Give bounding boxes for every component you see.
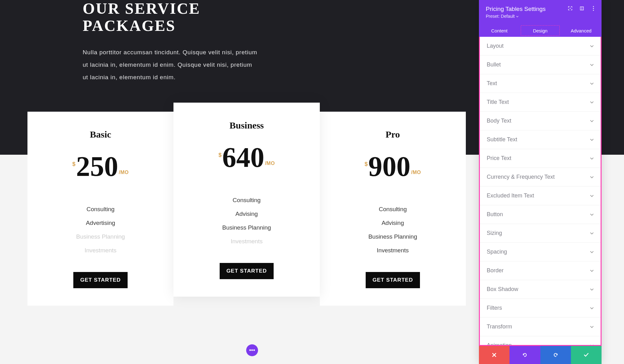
accordion-bullet[interactable]: Bullet bbox=[480, 56, 601, 74]
chevron-down-icon bbox=[590, 306, 594, 310]
accordion-excluded-item-text[interactable]: Excluded Item Text bbox=[480, 187, 601, 205]
chevron-down-icon bbox=[590, 344, 594, 346]
preset-label: Preset: bbox=[486, 14, 500, 19]
chevron-down-icon bbox=[590, 63, 594, 67]
accordion-label: Price Text bbox=[487, 155, 511, 162]
chevron-down-icon bbox=[590, 325, 594, 329]
cancel-button[interactable] bbox=[479, 346, 509, 364]
svg-point-4 bbox=[593, 8, 594, 9]
get-started-button[interactable]: GET STARTED bbox=[73, 272, 128, 288]
redo-button[interactable] bbox=[540, 346, 571, 364]
accordion-text[interactable]: Text bbox=[480, 74, 601, 93]
chevron-down-icon bbox=[590, 44, 594, 48]
svg-point-3 bbox=[593, 6, 594, 7]
feature-item: Consulting bbox=[183, 197, 310, 204]
chevron-down-icon bbox=[516, 15, 519, 18]
chevron-down-icon bbox=[590, 82, 594, 85]
currency: $ bbox=[72, 161, 76, 167]
tab-content[interactable]: Content bbox=[479, 24, 520, 37]
settings-panel[interactable]: Pricing Tables Settings Preset: Default … bbox=[479, 0, 602, 364]
check-icon bbox=[583, 352, 589, 358]
panel-tabs: Content Design Advanced bbox=[479, 24, 602, 37]
accordion-label: Border bbox=[487, 267, 504, 274]
tier-name: Pro bbox=[329, 129, 456, 140]
accordion-box-shadow[interactable]: Box Shadow bbox=[480, 280, 601, 299]
panel-body[interactable]: Layout Bullet Text Title Text Body Text … bbox=[479, 37, 602, 346]
pricing-card-pro[interactable]: Pro $ 900 /MO Consulting Advising Busine… bbox=[320, 112, 466, 306]
price-value: 250 bbox=[76, 155, 118, 178]
accordion-layout[interactable]: Layout bbox=[480, 37, 601, 56]
accordion-currency-frequency-text[interactable]: Currency & Frequency Text bbox=[480, 168, 601, 187]
undo-button[interactable] bbox=[509, 346, 540, 364]
dots-icon: ••• bbox=[249, 347, 255, 354]
expand-icon[interactable] bbox=[568, 6, 573, 11]
hero-body: Nulla porttitor accumsan tincidunt. Quis… bbox=[83, 46, 257, 84]
feature-item: Advertising bbox=[37, 220, 164, 226]
price-frequency: /MO bbox=[119, 170, 129, 175]
get-started-button[interactable]: GET STARTED bbox=[220, 263, 274, 279]
accordion-filters[interactable]: Filters bbox=[480, 299, 601, 318]
tier-name: Business bbox=[183, 120, 310, 131]
accordion-label: Layout bbox=[487, 43, 504, 49]
close-icon bbox=[492, 353, 496, 357]
feature-item: Advising bbox=[183, 211, 310, 217]
redo-icon bbox=[553, 352, 558, 358]
page-title: OUR SERVICE PACKAGES bbox=[83, 0, 541, 34]
preset-value: Default bbox=[501, 14, 514, 19]
save-button[interactable] bbox=[571, 346, 602, 364]
pricing-tables[interactable]: Basic $ 250 /MO Consulting Advertising B… bbox=[27, 112, 466, 306]
currency: $ bbox=[364, 161, 368, 167]
panel-header-icons bbox=[568, 6, 596, 11]
accordion-label: Currency & Frequency Text bbox=[487, 174, 555, 180]
title-line-2: PACKAGES bbox=[83, 17, 176, 34]
kebab-menu-icon[interactable] bbox=[591, 6, 596, 11]
feature-item: Business Planning bbox=[183, 224, 310, 231]
accordion-animation[interactable]: Animation bbox=[480, 336, 601, 346]
panel-preset[interactable]: Preset: Default bbox=[486, 14, 595, 19]
feature-list: Consulting Advising Business Planning In… bbox=[329, 206, 456, 254]
more-options-fab[interactable]: ••• bbox=[246, 344, 258, 356]
chevron-down-icon bbox=[590, 213, 594, 216]
chevron-down-icon bbox=[590, 157, 594, 160]
accordion-sizing[interactable]: Sizing bbox=[480, 224, 601, 243]
panel-footer bbox=[479, 346, 602, 364]
feature-item: Consulting bbox=[329, 206, 456, 213]
title-line-1: OUR SERVICE bbox=[83, 0, 200, 17]
feature-item-excluded: Business Planning bbox=[37, 233, 164, 240]
get-started-button[interactable]: GET STARTED bbox=[366, 272, 420, 288]
panel-header[interactable]: Pricing Tables Settings Preset: Default bbox=[479, 0, 602, 24]
svg-point-5 bbox=[593, 10, 594, 11]
pricing-card-business[interactable]: Business $ 640 /MO Consulting Advising B… bbox=[173, 103, 319, 297]
feature-list: Consulting Advertising Business Planning… bbox=[37, 206, 164, 254]
accordion-body-text[interactable]: Body Text bbox=[480, 112, 601, 130]
accordion-label: Button bbox=[487, 211, 503, 218]
collapse-icon[interactable] bbox=[579, 6, 584, 11]
chevron-down-icon bbox=[590, 288, 594, 291]
feature-item: Investments bbox=[329, 247, 456, 254]
accordion-border[interactable]: Border bbox=[480, 261, 601, 280]
accordion-label: Filters bbox=[487, 305, 502, 311]
svg-point-0 bbox=[570, 8, 571, 9]
chevron-down-icon bbox=[590, 231, 594, 235]
accordion-spacing[interactable]: Spacing bbox=[480, 243, 601, 261]
feature-list: Consulting Advising Business Planning In… bbox=[183, 197, 310, 245]
chevron-down-icon bbox=[590, 250, 594, 254]
tab-advanced[interactable]: Advanced bbox=[561, 24, 602, 37]
accordion-subtitle-text[interactable]: Subtitle Text bbox=[480, 130, 601, 149]
accordion-price-text[interactable]: Price Text bbox=[480, 149, 601, 168]
accordion-label: Animation bbox=[487, 342, 512, 346]
pricing-card-basic[interactable]: Basic $ 250 /MO Consulting Advertising B… bbox=[27, 112, 173, 306]
accordion-label: Spacing bbox=[487, 249, 507, 255]
price-row: $ 250 /MO bbox=[37, 155, 164, 178]
chevron-down-icon bbox=[590, 119, 594, 123]
accordion-button[interactable]: Button bbox=[480, 205, 601, 224]
price-value: 640 bbox=[222, 146, 264, 169]
accordion-label: Bullet bbox=[487, 61, 501, 68]
accordion-label: Transform bbox=[487, 323, 512, 330]
tab-design[interactable]: Design bbox=[520, 24, 561, 37]
accordion-label: Sizing bbox=[487, 230, 502, 236]
accordion-transform[interactable]: Transform bbox=[480, 318, 601, 336]
accordion-title-text[interactable]: Title Text bbox=[480, 93, 601, 112]
accordion-label: Box Shadow bbox=[487, 286, 518, 293]
price-row: $ 640 /MO bbox=[183, 146, 310, 169]
